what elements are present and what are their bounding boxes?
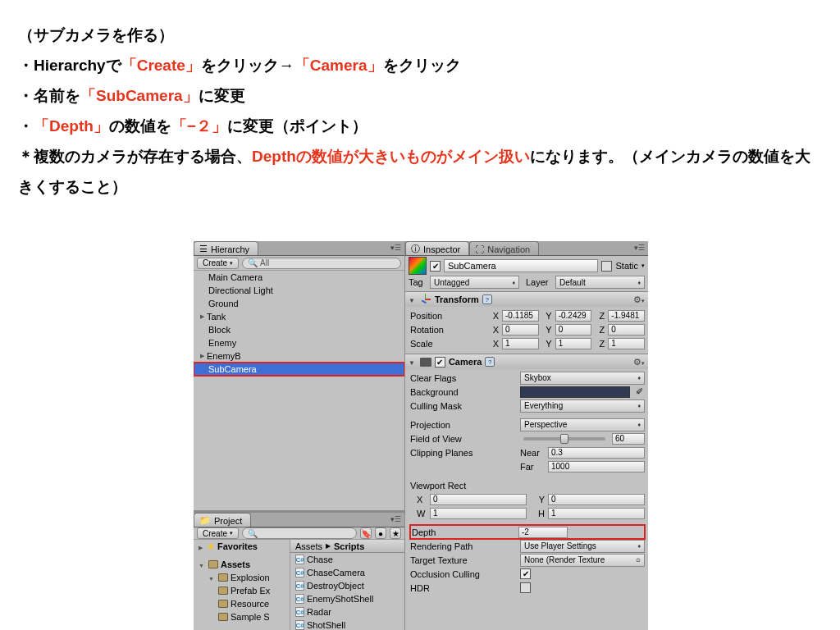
favorites-folder[interactable]: ★Favorites (194, 540, 290, 553)
depth-row: Depth-2 (410, 525, 645, 539)
hierarchy-item[interactable]: Directional Light (194, 284, 404, 297)
pos-x-input[interactable]: -0.1185 (502, 310, 539, 322)
project-toolbar: Create▾ 🔍 🔖 ● ★ (194, 527, 404, 540)
viewport-y-input[interactable]: 0 (548, 494, 645, 505)
hdr-checkbox[interactable] (520, 582, 531, 593)
project-tab[interactable]: 📁Project (194, 513, 251, 527)
projection-dropdown[interactable]: Perspective♦ (520, 418, 645, 431)
fov-input[interactable]: 60 (612, 433, 645, 445)
camera-icon (420, 358, 431, 367)
hierarchy-toolbar: Create▾ 🔍All (194, 256, 404, 271)
folder-item[interactable]: Prefab Ex (194, 584, 290, 597)
script-item[interactable]: C#Radar (290, 605, 404, 619)
pos-z-input[interactable]: -1.9481 (608, 310, 645, 322)
transform-icon (420, 294, 431, 305)
fov-slider[interactable] (523, 437, 605, 441)
hierarchy-item[interactable]: Block (194, 323, 404, 336)
panel-menu-icon[interactable]: ▾☰ (633, 243, 645, 253)
hierarchy-tabrow: ☰Hierarchy ▾☰ (194, 241, 404, 256)
inspector-tabrow: ⓘInspector ⛶Navigation ▾☰ (405, 241, 648, 256)
eyedropper-icon[interactable]: ✐ (633, 386, 645, 397)
filter-icon[interactable]: ★ (390, 527, 401, 539)
script-item[interactable]: C#DestroyObject (290, 579, 404, 592)
hierarchy-item[interactable]: Main Camera (194, 271, 404, 284)
layer-label: Layer (526, 277, 552, 287)
help-icon[interactable]: ? (482, 294, 492, 304)
hierarchy-create-button[interactable]: Create▾ (197, 258, 239, 269)
near-input[interactable]: 0.3 (548, 447, 645, 459)
static-label: Static (615, 261, 638, 271)
tutorial-text: （サブカメラを作る） ・Hierarchyで「Create」をクリック→「Cam… (0, 0, 840, 210)
panel-menu-icon[interactable]: ▾☰ (390, 243, 401, 253)
project-folders[interactable]: ★Favorites Assets Explosion Prefab Ex Re… (194, 540, 290, 630)
hierarchy-item[interactable]: Ground (194, 297, 404, 310)
static-checkbox[interactable] (601, 261, 612, 272)
gear-icon[interactable]: ⚙▾ (633, 357, 645, 368)
project-tabrow: 📁Project ▾☰ (194, 513, 404, 527)
project-files[interactable]: Assets▶Scripts C#Chase C#ChaseCamera C#D… (290, 540, 404, 630)
viewport-w-input[interactable]: 1 (430, 508, 527, 519)
hierarchy-tab[interactable]: ☰Hierarchy (194, 241, 258, 255)
hierarchy-tree[interactable]: Main Camera Directional Light Ground Tan… (194, 271, 404, 510)
camera-enabled-checkbox[interactable]: ✔ (435, 357, 445, 368)
target-texture[interactable]: None (Render Texture⊙ (520, 554, 645, 567)
script-item[interactable]: C#ChaseCamera (290, 566, 404, 579)
scl-x-input[interactable]: 1 (502, 338, 539, 349)
viewport-x-input[interactable]: 0 (430, 494, 527, 505)
camera-component: ✔Camera?⚙▾ Clear FlagsSkybox♦ Background… (405, 354, 648, 598)
script-item[interactable]: C#ShotShell (290, 619, 404, 630)
help-icon[interactable]: ? (485, 357, 495, 367)
hierarchy-item[interactable]: Enemy (194, 336, 404, 349)
unity-editor: ☰Hierarchy ▾☰ Create▾ 🔍All Main Camera D… (194, 241, 648, 630)
active-checkbox[interactable]: ✔ (430, 261, 441, 272)
culling-dropdown[interactable]: Everything♦ (520, 399, 645, 413)
layer-dropdown[interactable]: Default♦ (555, 276, 645, 289)
clearflags-dropdown[interactable]: Skybox♦ (520, 372, 645, 385)
breadcrumb[interactable]: Assets▶Scripts (290, 540, 404, 553)
project-create-button[interactable]: Create▾ (197, 527, 239, 539)
scl-z-input[interactable]: 1 (608, 338, 645, 349)
script-item[interactable]: C#Chase (290, 553, 404, 566)
search-icon: 🔍 (248, 258, 258, 267)
panel-menu-icon[interactable]: ▾☰ (390, 514, 401, 524)
filter-icon[interactable]: 🔖 (360, 527, 372, 539)
folder-item[interactable]: Explosion (194, 571, 290, 584)
occlusion-checkbox[interactable]: ✔ (520, 568, 531, 579)
pos-y-input[interactable]: -0.2429 (555, 310, 592, 322)
scl-y-input[interactable]: 1 (555, 338, 592, 349)
render-dropdown[interactable]: Use Player Settings♦ (520, 540, 645, 553)
inspector-tab[interactable]: ⓘInspector (405, 241, 469, 255)
gameobject-name-input[interactable]: SubCamera (444, 259, 598, 272)
gameobject-icon (409, 257, 427, 275)
filter-icon[interactable]: ● (375, 527, 386, 539)
hierarchy-item[interactable]: EnemyB (194, 349, 404, 363)
far-input[interactable]: 1000 (548, 461, 645, 472)
gear-icon[interactable]: ⚙▾ (633, 294, 645, 305)
search-icon: 🔍 (248, 529, 258, 538)
hierarchy-search-input[interactable]: 🔍All (242, 258, 401, 269)
gameobject-header: ✔ SubCamera Static▾ Tag Untagged♦ Layer … (405, 256, 648, 291)
tag-dropdown[interactable]: Untagged♦ (430, 276, 519, 289)
folder-item[interactable]: Sample S (194, 610, 290, 623)
hierarchy-item-selected[interactable]: SubCamera (194, 363, 404, 376)
assets-folder[interactable]: Assets (194, 558, 290, 571)
rot-z-input[interactable]: 0 (608, 324, 645, 336)
rot-y-input[interactable]: 0 (555, 324, 592, 336)
hierarchy-item[interactable]: Tank (194, 310, 404, 323)
project-search-input[interactable]: 🔍 (242, 527, 357, 539)
depth-input[interactable]: -2 (518, 527, 568, 538)
navigation-tab[interactable]: ⛶Navigation (469, 241, 539, 255)
rot-x-input[interactable]: 0 (502, 324, 539, 336)
viewport-h-input[interactable]: 1 (548, 508, 645, 519)
background-color[interactable] (520, 386, 630, 398)
script-item[interactable]: C#EnemyShotShell (290, 592, 404, 605)
tag-label: Tag (409, 277, 427, 287)
folder-item[interactable]: Resource (194, 597, 290, 610)
transform-component: Transform?⚙▾ PositionX-0.1185Y-0.2429Z-1… (405, 291, 648, 354)
